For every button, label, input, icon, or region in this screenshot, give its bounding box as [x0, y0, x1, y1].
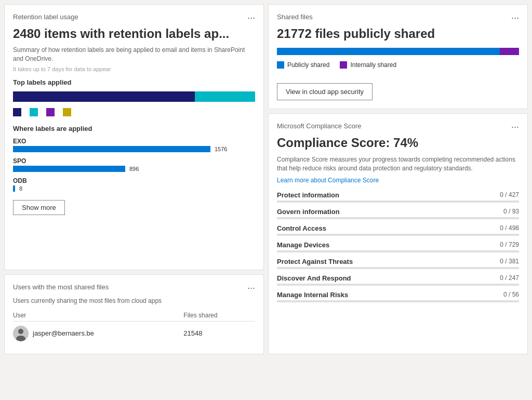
retention-description: Summary of how retention labels are bein… — [13, 46, 255, 63]
compliance-label-protect-info: Protect information — [277, 191, 339, 199]
swatch-3 — [46, 108, 55, 116]
top-labels-bar — [13, 91, 255, 102]
learn-more-link[interactable]: Learn more about Compliance Score — [277, 177, 519, 184]
compliance-bar-control-access — [277, 234, 519, 236]
compliance-label-manage-devices: Manage Devices — [277, 241, 329, 249]
legend-publicly-shared: Publicly shared — [277, 61, 329, 69]
label-bar-odb-container: 8 — [13, 185, 255, 192]
compliance-row-manage-devices: Manage Devices 0 / 729 — [277, 241, 519, 252]
view-cloud-app-security-button[interactable]: View in cloud app security — [277, 83, 373, 100]
retention-label-card: Retention label usage ··· 2480 items wit… — [4, 4, 264, 270]
publicly-shared-label: Publicly shared — [287, 61, 329, 69]
compliance-bar-discover-respond — [277, 284, 519, 286]
col-files-header: Files shared — [183, 310, 255, 322]
compliance-label-control-access: Control Access — [277, 224, 326, 232]
compliance-row-control-access: Control Access 0 / 498 — [277, 224, 519, 236]
user-name: jasper@bernaers.be — [33, 329, 94, 337]
retention-card-title: Retention label usage — [13, 13, 78, 21]
where-labels-label: Where labels are applied — [13, 125, 255, 132]
label-bar-exo-container: 1576 — [13, 146, 255, 152]
internally-shared-bar — [500, 48, 519, 55]
legend-internally-shared: Internally shared — [340, 61, 396, 69]
compliance-label-govern-info: Govern information — [277, 208, 340, 216]
avatar — [13, 326, 29, 341]
show-more-button[interactable]: Show more — [13, 200, 65, 215]
users-shared-files-card: Users with the most shared files ··· Use… — [4, 274, 264, 354]
compliance-row-internal-risks: Manage Internal Risks 0 / 56 — [277, 291, 519, 302]
publicly-shared-bar — [277, 48, 500, 55]
compliance-value-govern-info: 0 / 93 — [503, 208, 519, 216]
compliance-bar-internal-risks — [277, 300, 519, 302]
where-labels-section: Where labels are applied EXO 1576 SPO 89… — [13, 125, 255, 192]
label-value-exo: 1576 — [215, 146, 227, 152]
compliance-value-protect-threats: 0 / 381 — [500, 258, 519, 265]
label-name-spo: SPO — [13, 157, 255, 165]
compliance-card-title: Microsoft Compliance Score — [277, 122, 362, 130]
label-bar-spo — [13, 166, 125, 172]
label-row-exo: EXO 1576 — [13, 138, 255, 152]
users-description: Users currently sharing the most files f… — [13, 297, 255, 305]
label-bar-spo-container: 896 — [13, 166, 255, 172]
retention-menu-icon[interactable]: ··· — [247, 13, 255, 22]
internally-shared-dot — [340, 61, 347, 69]
compliance-score-title: Compliance Score: 74% — [277, 136, 519, 150]
user-cell: jasper@bernaers.be — [13, 321, 183, 345]
label-bar-exo — [13, 146, 210, 152]
compliance-bar-manage-devices — [277, 250, 519, 252]
retention-note: It takes up to 7 days for data to appear — [13, 66, 255, 72]
compliance-score-card: Microsoft Compliance Score ··· Complianc… — [268, 113, 528, 354]
shared-files-bar — [277, 48, 519, 55]
col-user-header: User — [13, 310, 183, 322]
compliance-label-discover-respond: Discover And Respond — [277, 274, 351, 282]
compliance-row-discover-respond: Discover And Respond 0 / 247 — [277, 274, 519, 286]
shared-files-legend: Publicly shared Internally shared — [277, 61, 519, 69]
compliance-bar-protect-info — [277, 201, 519, 203]
compliance-row-protect-threats: Protect Against Threats 0 / 381 — [277, 258, 519, 269]
compliance-value-protect-info: 0 / 427 — [500, 191, 519, 199]
compliance-menu-icon[interactable]: ··· — [511, 122, 519, 131]
compliance-row-govern-info: Govern information 0 / 93 — [277, 208, 519, 219]
top-bar-segment-2 — [195, 91, 256, 102]
users-card-title: Users with the most shared files — [13, 283, 109, 291]
retention-big-number: 2480 items with retention labels ap... — [13, 26, 255, 42]
compliance-value-discover-respond: 0 / 247 — [500, 274, 519, 282]
compliance-value-control-access: 0 / 498 — [500, 224, 519, 232]
compliance-row-protect-info: Protect information 0 / 427 — [277, 191, 519, 203]
users-table: User Files shared — [13, 310, 255, 345]
label-name-odb: ODB — [13, 177, 255, 184]
internally-shared-label: Internally shared — [350, 61, 396, 69]
swatch-4 — [63, 108, 71, 116]
top-bar-segment-1 — [13, 91, 195, 102]
compliance-bar-govern-info — [277, 217, 519, 219]
compliance-label-protect-threats: Protect Against Threats — [277, 258, 353, 265]
shared-files-card: Shared files ··· 21772 files publicly sh… — [268, 4, 528, 109]
shared-files-card-title: Shared files — [277, 13, 313, 21]
compliance-value-manage-devices: 0 / 729 — [500, 241, 519, 249]
swatch-1 — [13, 108, 21, 116]
label-row-odb: ODB 8 — [13, 177, 255, 192]
compliance-value-internal-risks: 0 / 56 — [503, 291, 519, 299]
compliance-label-internal-risks: Manage Internal Risks — [277, 291, 348, 299]
compliance-description: Compliance Score measures your progress … — [277, 155, 519, 173]
label-value-odb: 8 — [19, 185, 22, 192]
svg-point-1 — [18, 329, 23, 334]
shared-files-menu-icon[interactable]: ··· — [511, 13, 519, 22]
shared-files-big-number: 21772 files publicly shared — [277, 26, 519, 42]
compliance-bar-protect-threats — [277, 267, 519, 269]
users-menu-icon[interactable]: ··· — [247, 283, 255, 292]
files-shared-value: 21548 — [183, 321, 255, 345]
color-swatches — [13, 108, 255, 116]
label-value-spo: 896 — [129, 166, 139, 172]
swatch-2 — [30, 108, 38, 116]
top-labels-section-label: Top labels applied — [13, 78, 255, 86]
table-row: jasper@bernaers.be 21548 — [13, 321, 255, 345]
label-name-exo: EXO — [13, 138, 255, 145]
label-row-spo: SPO 896 — [13, 157, 255, 172]
publicly-shared-dot — [277, 61, 284, 69]
label-bar-odb — [13, 185, 15, 192]
